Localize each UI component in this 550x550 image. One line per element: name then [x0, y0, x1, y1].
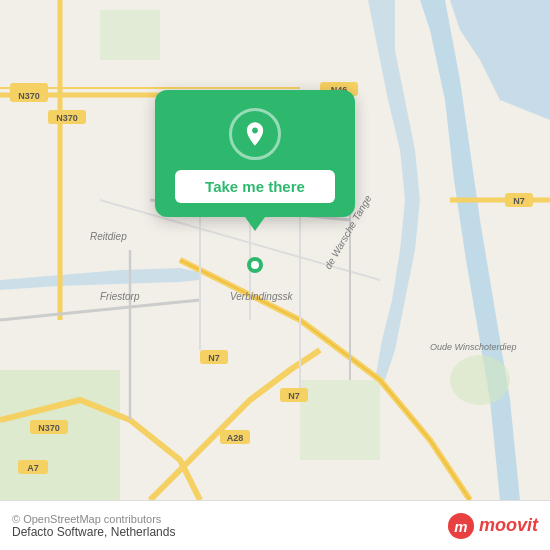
footer-info: © OpenStreetMap contributors Defacto Sof…	[12, 513, 175, 539]
svg-text:Oude Winschoterdiep: Oude Winschoterdiep	[430, 342, 516, 352]
svg-text:Reitdiep: Reitdiep	[90, 231, 127, 242]
svg-text:N370: N370	[18, 91, 40, 101]
moovit-wordmark: moovit	[479, 515, 538, 536]
svg-point-4	[450, 355, 510, 405]
svg-text:m: m	[454, 517, 467, 534]
svg-text:Friestorp: Friestorp	[100, 291, 140, 302]
svg-text:Verbindingssk: Verbindingssk	[230, 291, 293, 302]
map-background: N370 N370 N46 N370 N370 A7 N7 N7 N7 A28 …	[0, 0, 550, 500]
svg-text:N7: N7	[513, 196, 525, 206]
location-icon-circle	[229, 108, 281, 160]
svg-text:N370: N370	[56, 113, 78, 123]
svg-point-43	[251, 261, 259, 269]
svg-text:N7: N7	[208, 353, 220, 363]
svg-rect-1	[0, 370, 120, 500]
svg-rect-2	[300, 380, 380, 460]
take-me-there-button[interactable]: Take me there	[175, 170, 335, 203]
moovit-logo: m moovit	[447, 512, 538, 540]
svg-text:A7: A7	[27, 463, 39, 473]
svg-text:A28: A28	[227, 433, 244, 443]
location-pin-icon	[241, 120, 269, 148]
popup-card: Take me there	[155, 90, 355, 217]
attribution-text: © OpenStreetMap contributors	[12, 513, 175, 525]
svg-text:N7: N7	[288, 391, 300, 401]
svg-text:N370: N370	[38, 423, 60, 433]
moovit-icon: m	[447, 512, 475, 540]
location-label: Defacto Software, Netherlands	[12, 525, 175, 539]
map-container: N370 N370 N46 N370 N370 A7 N7 N7 N7 A28 …	[0, 0, 550, 500]
svg-rect-3	[100, 10, 160, 60]
footer: © OpenStreetMap contributors Defacto Sof…	[0, 500, 550, 550]
